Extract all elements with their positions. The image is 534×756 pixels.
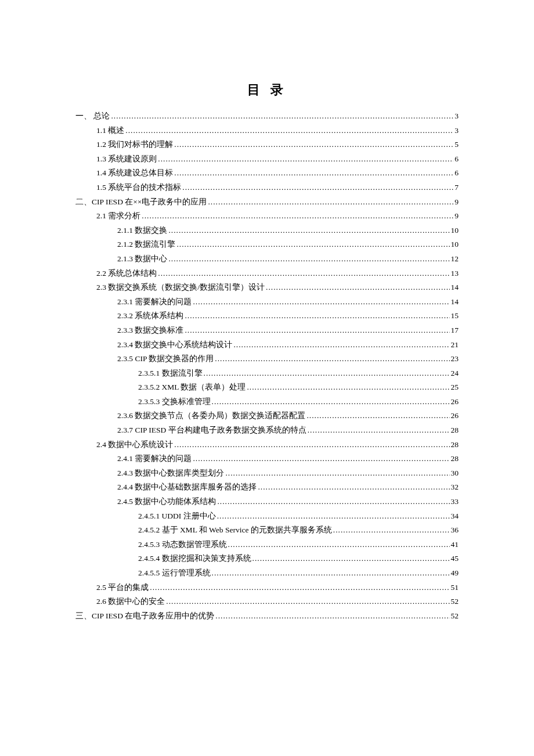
toc-entry-label: 2.4.5.2 基于 XML 和 Web Service 的元数据共享服务系统 <box>138 523 332 538</box>
toc-entry[interactable]: 1.5 系统平台的技术指标7 <box>75 181 459 195</box>
toc-entry[interactable]: 2.3.6 数据交换节点（各委办局）数据交换适配器配置26 <box>75 409 459 423</box>
toc-entry-label: 1.4 系统建设总体目标 <box>96 166 173 181</box>
toc-leader-dots <box>252 552 450 566</box>
toc-entry[interactable]: 一、 总论3 <box>75 109 459 124</box>
toc-leader-dots <box>193 452 449 466</box>
toc-entry[interactable]: 2.4.5 数据中心功能体系结构33 <box>75 495 459 509</box>
toc-entry[interactable]: 2.3.3 数据交换标准17 <box>75 323 459 338</box>
toc-entry[interactable]: 2.4.3 数据中心数据库类型划分30 <box>75 466 459 481</box>
toc-entry-label: 1.1 概述 <box>96 124 124 138</box>
toc-entry[interactable]: 2.3.5.3 交换标准管理26 <box>75 395 459 409</box>
toc-entry[interactable]: 2.4.5.3 动态数据管理系统41 <box>75 538 459 552</box>
toc-entry[interactable]: 1.1 概述3 <box>75 124 459 138</box>
toc-entry[interactable]: 2.3 数据交换系统（数据交换/数据流引擎）设计14 <box>75 280 459 295</box>
toc-entry-page: 32 <box>451 480 459 495</box>
toc-entry-page: 13 <box>451 267 459 281</box>
toc-entry-label: 2.3.1 需要解决的问题 <box>117 295 192 309</box>
toc-entry[interactable]: 1.2 我们对标书的理解5 <box>75 138 459 152</box>
toc-entry-page: 17 <box>451 323 459 338</box>
toc-entry[interactable]: 2.2 系统总体结构13 <box>75 267 459 281</box>
toc-entry-page: 51 <box>451 581 459 595</box>
toc-leader-dots <box>185 309 449 323</box>
toc-entry[interactable]: 2.4.5.4 数据挖掘和决策支持系统45 <box>75 552 459 566</box>
toc-entry-label: 2.3.5.3 交换标准管理 <box>138 395 211 409</box>
toc-entry[interactable]: 二、CIP IESD 在××电子政务中的应用9 <box>75 195 459 210</box>
toc-entry[interactable]: 2.5 平台的集成51 <box>75 581 459 595</box>
toc-entry-page: 26 <box>451 409 459 423</box>
toc-entry[interactable]: 1.3 系统建设原则6 <box>75 152 459 167</box>
toc-leader-dots <box>158 152 453 167</box>
toc-entry[interactable]: 2.4.5.2 基于 XML 和 Web Service 的元数据共享服务系统3… <box>75 523 459 538</box>
toc-entry-page: 5 <box>454 138 459 152</box>
toc-entry-page: 14 <box>451 295 459 309</box>
toc-entry[interactable]: 2.1 需求分析9 <box>75 209 459 224</box>
toc-entry[interactable]: 2.4.5.5 运行管理系统49 <box>75 566 459 581</box>
toc-entry-label: 2.1.1 数据交换 <box>117 224 167 238</box>
toc-entry-label: 2.1.2 数据流引擎 <box>117 237 175 252</box>
toc-entry[interactable]: 2.1.2 数据流引擎10 <box>75 237 459 252</box>
toc-entry-label: 2.2 系统总体结构 <box>96 267 157 281</box>
toc-leader-dots <box>212 566 450 581</box>
toc-entry-page: 6 <box>454 152 459 167</box>
toc-entry-page: 23 <box>451 352 459 366</box>
toc-entry-page: 26 <box>451 395 459 409</box>
toc-leader-dots <box>266 280 449 295</box>
toc-entry-label: 2.4.1 需要解决的问题 <box>117 452 192 466</box>
toc-leader-dots <box>182 181 453 195</box>
toc-entry-page: 28 <box>451 423 459 438</box>
toc-leader-dots <box>306 409 449 423</box>
toc-entry[interactable]: 2.4.4 数据中心基础数据库服务器的选择32 <box>75 480 459 495</box>
toc-entry[interactable]: 三、CIP IESD 在电子政务应用中的优势52 <box>75 609 459 624</box>
toc-entry-page: 3 <box>454 109 459 124</box>
toc-leader-dots <box>158 267 449 281</box>
toc-entry-label: 2.4.4 数据中心基础数据库服务器的选择 <box>117 480 257 495</box>
toc-entry[interactable]: 2.4.5.1 UDDI 注册中心34 <box>75 509 459 524</box>
toc-leader-dots <box>215 609 449 624</box>
toc-entry-label: 2.3.5.1 数据流引擎 <box>138 366 203 381</box>
toc-leader-dots <box>142 209 453 224</box>
toc-leader-dots <box>125 124 453 138</box>
toc-entry[interactable]: 2.3.2 系统体系结构15 <box>75 309 459 323</box>
toc-entry[interactable]: 1.4 系统建设总体目标6 <box>75 166 459 181</box>
toc-entry-label: 2.3.7 CIP IESD 平台构建电子政务数据交换系统的特点 <box>117 423 306 438</box>
toc-leader-dots <box>228 538 450 552</box>
toc-entry-label: 2.3 数据交换系统（数据交换/数据流引擎）设计 <box>96 280 265 295</box>
toc-entry-page: 10 <box>451 237 459 252</box>
toc-entry-page: 28 <box>451 452 459 466</box>
toc-entry-page: 24 <box>451 366 459 381</box>
toc-entry[interactable]: 2.3.1 需要解决的问题14 <box>75 295 459 309</box>
toc-entry[interactable]: 2.4.1 需要解决的问题28 <box>75 452 459 466</box>
toc-entry-page: 7 <box>454 181 459 195</box>
toc-leader-dots <box>174 166 453 181</box>
toc-entry[interactable]: 2.3.4 数据交换中心系统结构设计21 <box>75 338 459 352</box>
toc-entry-label: 1.5 系统平台的技术指标 <box>96 181 181 195</box>
toc-entry-label: 三、CIP IESD 在电子政务应用中的优势 <box>75 609 214 624</box>
toc-entry[interactable]: 2.1.1 数据交换10 <box>75 224 459 238</box>
toc-entry-label: 2.4.5.1 UDDI 注册中心 <box>138 509 216 524</box>
toc-entry-page: 15 <box>451 309 459 323</box>
toc-entry-label: 2.4.3 数据中心数据库类型划分 <box>117 466 224 481</box>
toc-entry-label: 2.3.5.2 XML 数据（表单）处理 <box>138 380 246 395</box>
toc-entry-label: 2.6 数据中心的安全 <box>96 595 165 609</box>
toc-entry-label: 2.5 平台的集成 <box>96 581 149 595</box>
toc-entry-label: 2.1.3 数据中心 <box>117 252 167 267</box>
toc-leader-dots <box>166 595 449 609</box>
toc-leader-dots <box>233 338 449 352</box>
toc-leader-dots <box>111 109 453 124</box>
toc-entry[interactable]: 2.3.5.2 XML 数据（表单）处理25 <box>75 380 459 395</box>
toc-entry-label: 2.3.2 系统体系结构 <box>117 309 183 323</box>
toc-entry[interactable]: 2.1.3 数据中心12 <box>75 252 459 267</box>
toc-entry[interactable]: 2.3.7 CIP IESD 平台构建电子政务数据交换系统的特点28 <box>75 423 459 438</box>
toc-entry-page: 28 <box>451 438 459 452</box>
toc-leader-dots <box>168 252 449 267</box>
toc-entry[interactable]: 2.3.5 CIP 数据交换器的作用23 <box>75 352 459 366</box>
toc-entry-page: 25 <box>451 380 459 395</box>
toc-leader-dots <box>174 138 453 152</box>
toc-entry[interactable]: 2.4 数据中心系统设计28 <box>75 438 459 452</box>
toc-entry-page: 34 <box>451 509 459 524</box>
toc-entry[interactable]: 2.3.5.1 数据流引擎24 <box>75 366 459 381</box>
toc-leader-dots <box>217 495 449 509</box>
toc-leader-dots <box>176 237 449 252</box>
toc-entry[interactable]: 2.6 数据中心的安全52 <box>75 595 459 609</box>
toc-entry-label: 2.3.3 数据交换标准 <box>117 323 183 338</box>
